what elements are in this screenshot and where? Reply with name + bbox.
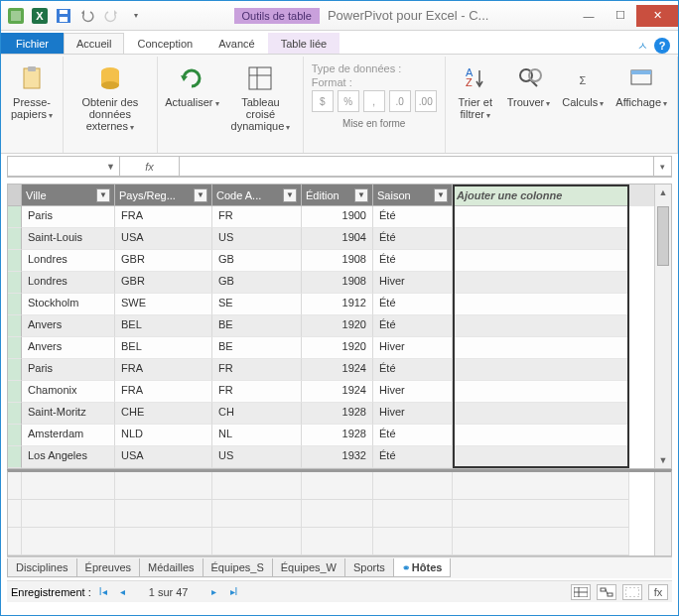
cell-ville[interactable]: Amsterdam (22, 425, 115, 446)
name-box[interactable]: ▼ (7, 156, 120, 177)
tab-linked-table[interactable]: Table liée (268, 33, 340, 54)
cell-pays[interactable]: GBR (115, 272, 212, 294)
add-column-header[interactable]: Ajouter une colonne (453, 185, 629, 206)
table-row[interactable]: LondresGBRGB1908Hiver (8, 272, 654, 294)
row-header[interactable] (8, 359, 22, 381)
filter-icon[interactable]: ▼ (283, 188, 297, 202)
datatype-label[interactable]: Type de données : (312, 62, 437, 74)
cell-code[interactable]: US (212, 228, 302, 250)
filter-icon[interactable]: ▼ (96, 188, 110, 202)
find-button[interactable]: Trouver (503, 59, 555, 114)
measure-cell[interactable] (373, 528, 453, 555)
cell-saison[interactable]: Été (373, 206, 453, 228)
measure-cell[interactable] (8, 500, 22, 528)
cell-pays[interactable]: SWE (115, 294, 212, 315)
cell-add[interactable] (453, 228, 629, 250)
cell-saison[interactable]: Hiver (373, 337, 453, 359)
cell-add[interactable] (453, 359, 629, 381)
cell-edition[interactable]: 1920 (302, 315, 373, 337)
cell-pays[interactable]: USA (115, 228, 212, 250)
sheet-tab-sports[interactable]: Sports (344, 558, 394, 577)
cell-ville[interactable]: Stockholm (22, 294, 115, 315)
close-button[interactable]: ✕ (636, 5, 678, 27)
table-row[interactable]: ChamonixFRAFR1924Hiver (8, 381, 654, 403)
cell-code[interactable]: BE (212, 337, 302, 359)
select-all-corner[interactable] (8, 185, 22, 206)
measure-cell[interactable] (373, 500, 453, 528)
cell-code[interactable]: FR (212, 206, 302, 228)
measure-cell[interactable] (212, 500, 302, 528)
scroll-thumb[interactable] (657, 206, 669, 266)
save-icon[interactable] (53, 5, 74, 27)
column-header-code[interactable]: Code A...▼ (212, 185, 302, 206)
column-header-saison[interactable]: Saison▼ (373, 185, 453, 206)
measure-cell[interactable] (22, 500, 115, 528)
tab-advanced[interactable]: Avancé (205, 33, 268, 54)
table-row[interactable]: LondresGBRGB1908Été (8, 250, 654, 272)
measure-cell[interactable] (453, 500, 629, 528)
sheet-tab-équipes_w[interactable]: Équipes_W (272, 558, 345, 577)
sheet-tab-hôtes[interactable]: ⚭Hôtes (393, 558, 452, 577)
cell-add[interactable] (453, 294, 629, 315)
cell-code[interactable]: FR (212, 359, 302, 381)
measure-cell[interactable] (302, 528, 373, 555)
cell-code[interactable]: FR (212, 381, 302, 403)
table-row[interactable]: AmsterdamNLDNL1928Été (8, 425, 654, 446)
column-header-edition[interactable]: Édition▼ (302, 185, 373, 206)
cell-saison[interactable]: Hiver (373, 381, 453, 403)
cell-pays[interactable]: GBR (115, 250, 212, 272)
cell-saison[interactable]: Été (373, 250, 453, 272)
cell-add[interactable] (453, 425, 629, 446)
cell-code[interactable]: GB (212, 250, 302, 272)
cell-add[interactable] (453, 315, 629, 337)
measure-cell[interactable] (8, 472, 22, 500)
vertical-scrollbar[interactable]: ▲ ▼ (654, 185, 671, 468)
measure-cell[interactable] (453, 528, 629, 555)
row-header[interactable] (8, 228, 22, 250)
row-header[interactable] (8, 206, 22, 228)
currency-button[interactable]: $ (312, 90, 334, 112)
cell-ville[interactable]: Saint-Louis (22, 228, 115, 250)
row-header[interactable] (8, 337, 22, 359)
cell-add[interactable] (453, 381, 629, 403)
format-label[interactable]: Format : (312, 76, 437, 88)
cell-code[interactable]: NL (212, 425, 302, 446)
cell-add[interactable] (453, 250, 629, 272)
row-header[interactable] (8, 250, 22, 272)
excel-icon[interactable]: X (29, 5, 51, 27)
measure-cell[interactable] (115, 500, 212, 528)
cell-code[interactable]: SE (212, 294, 302, 315)
get-external-data-button[interactable]: Obtenir des données externes (69, 59, 151, 138)
help-icon[interactable]: ? (654, 38, 670, 54)
table-row[interactable]: AnversBELBE1920Hiver (8, 337, 654, 359)
next-record-button[interactable]: ▸ (205, 584, 221, 600)
row-header[interactable] (8, 425, 22, 446)
column-header-pays[interactable]: Pays/Reg...▼ (115, 185, 212, 206)
cell-saison[interactable]: Été (373, 294, 453, 315)
comma-button[interactable]: , (363, 90, 385, 112)
cell-pays[interactable]: FRA (115, 381, 212, 403)
cell-ville[interactable]: Londres (22, 250, 115, 272)
last-record-button[interactable]: ▸I (225, 584, 241, 600)
table-row[interactable]: Saint-MoritzCHECH1928Hiver (8, 403, 654, 425)
table-row[interactable]: StockholmSWESE1912Été (8, 294, 654, 315)
cell-edition[interactable]: 1908 (302, 272, 373, 294)
cell-pays[interactable]: CHE (115, 403, 212, 425)
measure-cell[interactable] (22, 472, 115, 500)
measure-cell[interactable] (302, 472, 373, 500)
cell-edition[interactable]: 1912 (302, 294, 373, 315)
measure-cell[interactable] (212, 528, 302, 555)
cell-edition[interactable]: 1920 (302, 337, 373, 359)
table-row[interactable]: Los AngelesUSAUS1932Été (8, 446, 654, 468)
formula-input[interactable] (180, 156, 654, 177)
cell-code[interactable]: GB (212, 272, 302, 294)
scroll-up-icon[interactable]: ▲ (655, 185, 671, 200)
cell-saison[interactable]: Été (373, 315, 453, 337)
filter-icon[interactable]: ▼ (194, 188, 207, 202)
cell-add[interactable] (453, 272, 629, 294)
cell-edition[interactable]: 1904 (302, 228, 373, 250)
row-header[interactable] (8, 381, 22, 403)
measure-cell[interactable] (115, 528, 212, 555)
cell-ville[interactable]: Londres (22, 272, 115, 294)
cell-pays[interactable]: USA (115, 446, 212, 468)
